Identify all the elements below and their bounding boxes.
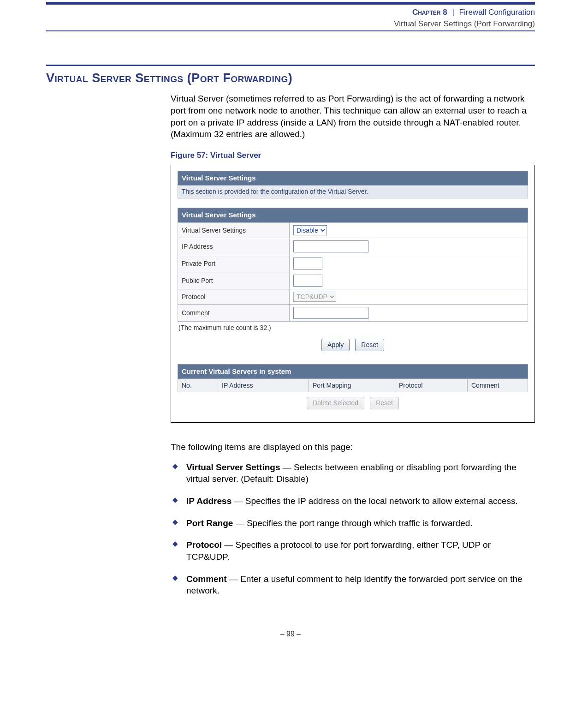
section-rule [46,65,535,66]
figure-box: Virtual Server Settings This section is … [171,165,535,423]
row-comment: Comment [178,305,528,322]
row-protocol: Protocol TCP&UDP [178,289,528,305]
label-private-port: Private Port [178,255,290,272]
item-desc: — Specifies the IP address on the local … [232,496,518,506]
label-comment: Comment [178,305,290,322]
intro-paragraph: Virtual Server (sometimes referred to as… [171,93,535,140]
panel-desc: This section is provided for the configu… [178,186,528,198]
row-ip: IP Address [178,238,528,255]
chapter-subtitle: Virtual Server Settings (Port Forwarding… [46,18,535,30]
row-vss: Virtual Server Settings Disable [178,223,528,238]
delete-selected-button[interactable]: Delete Selected [307,397,364,409]
page-number: – 99 – [46,629,535,639]
item-desc: — Specifies the port range through which… [233,518,472,528]
row-private-port: Private Port [178,255,528,272]
settings-table: Virtual Server Settings Disable IP Addre… [178,222,528,322]
row-public-port: Public Port [178,272,528,289]
col-port-mapping: Port Mapping [309,379,395,392]
col-no: No. [178,379,218,392]
chapter-prefix: Chapter 8 [412,8,447,17]
comment-input[interactable] [293,307,368,319]
items-lead: The following items are displayed on thi… [171,441,535,453]
label-public-port: Public Port [178,272,290,289]
chapter-title: Firewall Configuration [459,8,535,17]
ip-input[interactable] [293,240,368,252]
item-term: Virtual Server Settings [186,462,280,472]
list-item: Protocol — Specifies a protocol to use f… [171,539,535,563]
public-port-input[interactable] [293,275,322,287]
apply-button[interactable]: Apply [321,339,350,351]
label-protocol: Protocol [178,289,290,305]
reset2-button[interactable]: Reset [370,397,399,409]
item-term: Comment [186,574,227,584]
col-comment: Comment [468,379,528,392]
private-port-input[interactable] [293,258,322,270]
header-separator: | [449,8,457,17]
label-vss: Virtual Server Settings [178,223,290,238]
item-term: Port Range [186,518,233,528]
list-item: Virtual Server Settings — Selects betwee… [171,461,535,485]
reset-button[interactable]: Reset [355,339,384,351]
vss-select[interactable]: Disable [293,225,327,235]
item-term: IP Address [186,496,232,506]
col-protocol: Protocol [395,379,468,392]
item-term: Protocol [186,540,222,550]
item-desc: — Enter a useful comment to help identif… [186,574,523,596]
page-header: Chapter 8 | Firewall Configuration Virtu… [46,5,535,31]
items-list: Virtual Server Settings — Selects betwee… [171,461,535,597]
panel-header-1: Virtual Server Settings [178,171,528,186]
list-item: Port Range — Specifies the port range th… [171,517,535,529]
list-item: IP Address — Specifies the IP address on… [171,495,535,507]
panel-header-current: Current Virtual Servers in system [178,364,528,379]
label-ip: IP Address [178,238,290,255]
figure-caption: Figure 57: Virtual Server [171,150,535,161]
col-ip: IP Address [218,379,309,392]
protocol-select[interactable]: TCP&UDP [293,292,336,302]
current-table-header: No. IP Address Port Mapping Protocol Com… [178,379,528,392]
section-title: Virtual Server Settings (Port Forwarding… [46,70,535,86]
panel-header-2: Virtual Server Settings [178,208,528,222]
max-rule-note: (The maximum rule count is 32.) [178,322,528,334]
item-desc: — Specifies a protocol to use for port f… [186,540,491,562]
list-item: Comment — Enter a useful comment to help… [171,573,535,597]
